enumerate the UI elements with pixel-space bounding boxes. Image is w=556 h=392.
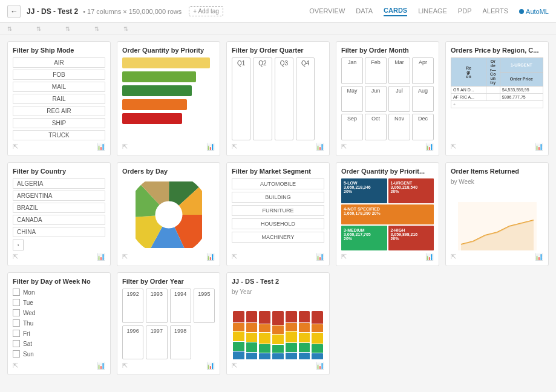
card-filter-market-segment: Filter by Market Segment AUTOMOBILE BUIL… — [226, 162, 330, 266]
checkbox-fri[interactable] — [13, 330, 20, 337]
month-oct[interactable]: Oct — [365, 114, 387, 140]
segment-furniture[interactable]: FURNITURE — [232, 205, 324, 216]
card-footer: ⇱ 📊 — [122, 359, 215, 370]
ship-mode-air[interactable]: AIR — [13, 57, 105, 68]
expand-icon[interactable]: ⇱ — [13, 143, 18, 151]
nav-data[interactable]: DATA — [356, 7, 373, 16]
nav-overview[interactable]: OVERVIEW — [309, 7, 345, 16]
card-order-items-returned: Order Items Returned by Week ⇱ 📊 — [445, 162, 549, 266]
expand-icon[interactable]: ⇱ — [451, 253, 456, 261]
month-jul[interactable]: Jul — [388, 86, 410, 113]
checkbox-sat[interactable] — [13, 340, 20, 347]
chart-icon[interactable]: 📊 — [425, 143, 434, 151]
ship-mode-regair[interactable]: REG AIR — [13, 106, 105, 116]
chart-icon[interactable]: 📊 — [206, 362, 215, 370]
ship-mode-ship[interactable]: SHIP — [13, 118, 105, 128]
segment-automobile[interactable]: AUTOMOBILE — [232, 178, 324, 189]
automl-badge[interactable]: AutoML — [519, 8, 549, 15]
checkbox-mon[interactable] — [13, 289, 20, 296]
page-next-btn[interactable]: › — [13, 240, 24, 250]
quarter-q4[interactable]: Q4 — [296, 57, 315, 140]
month-nov[interactable]: Nov — [388, 114, 410, 140]
month-aug[interactable]: Aug — [412, 86, 434, 113]
quarter-q3[interactable]: Q3 — [275, 57, 293, 140]
chart-icon[interactable]: 📊 — [97, 143, 105, 151]
checkbox-tue[interactable] — [13, 299, 20, 306]
chart-icon[interactable]: 📊 — [316, 362, 324, 370]
ship-mode-truck[interactable]: TRUCK — [13, 130, 105, 140]
year-1995[interactable]: 1995 — [194, 289, 215, 323]
ship-mode-rail[interactable]: RAIL — [13, 94, 105, 104]
expand-icon[interactable]: ⇱ — [341, 143, 347, 151]
day-wed[interactable]: Wed — [13, 309, 105, 316]
year-1996[interactable]: 1996 — [122, 325, 143, 360]
nav-pdp[interactable]: PDP — [458, 7, 472, 16]
nav-lineage[interactable]: LINEAGE — [418, 7, 447, 16]
nav-alerts[interactable]: ALERTS — [482, 7, 508, 16]
month-sep[interactable]: Sep — [341, 114, 363, 140]
chart-icon[interactable]: 📊 — [316, 143, 324, 151]
ship-mode-mail[interactable]: MAIL — [13, 82, 105, 92]
expand-icon[interactable]: ⇱ — [122, 143, 128, 151]
quarter-q1[interactable]: Q1 — [232, 57, 250, 140]
month-dec[interactable]: Dec — [412, 114, 434, 140]
month-jun[interactable]: Jun — [365, 86, 387, 113]
chart-icon[interactable]: 📊 — [206, 143, 215, 151]
chart-icon[interactable]: 📊 — [535, 143, 543, 151]
day-sat[interactable]: Sat — [13, 340, 105, 347]
expand-icon[interactable]: ⇱ — [341, 253, 347, 261]
month-may[interactable]: May — [341, 86, 363, 113]
add-tag-button[interactable]: + Add tag — [189, 6, 223, 16]
card-title: Filter by Country — [13, 168, 105, 175]
back-button[interactable]: ← — [7, 5, 21, 18]
segment-household[interactable]: HOUSEHOLD — [232, 218, 324, 229]
bar-5 — [122, 113, 182, 124]
chart-icon[interactable]: 📊 — [97, 253, 105, 261]
checkbox-wed[interactable] — [13, 309, 20, 316]
table-row: + — [451, 101, 543, 108]
country-algeria[interactable]: ALGERIA — [13, 178, 105, 189]
country-china[interactable]: CHINA — [13, 227, 105, 237]
expand-icon[interactable]: ⇱ — [451, 143, 456, 151]
nav-cards[interactable]: CARDS — [384, 7, 407, 16]
chart-icon[interactable]: 📊 — [206, 253, 215, 261]
month-apr[interactable]: Apr — [412, 57, 434, 84]
segment-machinery[interactable]: MACHINERY — [232, 232, 324, 243]
day-tue[interactable]: Tue — [13, 299, 105, 306]
chart-icon[interactable]: 📊 — [535, 253, 543, 261]
col-price: Order Price — [500, 72, 543, 87]
checkbox-sun[interactable] — [13, 350, 20, 358]
expand-icon[interactable]: ⇱ — [232, 253, 237, 261]
month-feb[interactable]: Feb — [365, 57, 387, 84]
expand-icon[interactable]: ⇱ — [13, 362, 18, 370]
seg-blue — [233, 351, 244, 359]
country-argentina[interactable]: ARGENTINA — [13, 191, 105, 201]
year-1998[interactable]: 1998 — [170, 325, 191, 360]
year-1997[interactable]: 1997 — [146, 325, 167, 360]
country-canada[interactable]: CANADA — [13, 215, 105, 225]
expand-icon[interactable]: ⇱ — [122, 253, 128, 261]
chart-icon[interactable]: 📊 — [425, 253, 434, 261]
expand-icon[interactable]: ⇱ — [13, 253, 18, 261]
country-brazil[interactable]: BRAZIL — [13, 203, 105, 213]
day-thu[interactable]: Thu — [13, 319, 105, 327]
chart-icon[interactable]: 📊 — [316, 253, 324, 261]
day-fri[interactable]: Fri — [13, 330, 105, 337]
month-mar[interactable]: Mar — [388, 57, 410, 84]
month-jan[interactable]: Jan — [341, 57, 363, 84]
year-1992[interactable]: 1992 — [122, 289, 143, 323]
quarter-q2[interactable]: Q2 — [253, 57, 272, 140]
seg-orange — [233, 323, 244, 331]
day-sun[interactable]: Sun — [13, 350, 105, 358]
year-1994[interactable]: 1994 — [170, 289, 191, 323]
day-mon[interactable]: Mon — [13, 289, 105, 296]
chart-icon[interactable]: 📊 — [97, 362, 105, 370]
ship-mode-fob[interactable]: FOB — [13, 70, 105, 80]
expand-icon[interactable]: ⇱ — [232, 362, 237, 370]
month-grid: Jan Feb Mar Apr May Jun Jul Aug Sep Oct … — [341, 57, 434, 140]
checkbox-thu[interactable] — [13, 319, 20, 327]
expand-icon[interactable]: ⇱ — [122, 362, 128, 370]
expand-icon[interactable]: ⇱ — [232, 143, 237, 151]
segment-building[interactable]: BUILDING — [232, 192, 324, 203]
year-1993[interactable]: 1993 — [146, 289, 167, 323]
